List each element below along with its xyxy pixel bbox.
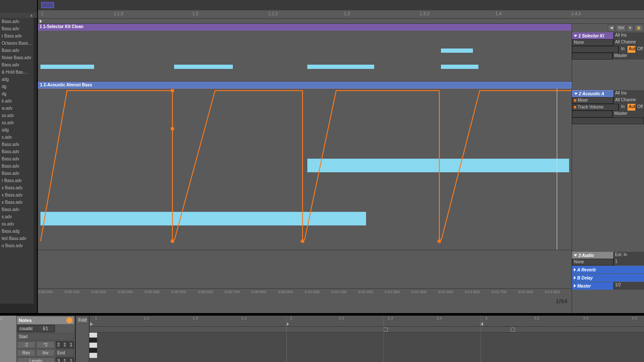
- start-16th[interactable]: 1: [68, 341, 74, 348]
- browser-file-item[interactable]: ted Bass.adv: [0, 235, 34, 242]
- forward-button[interactable]: ●: [627, 25, 633, 31]
- midi-note[interactable]: [441, 65, 478, 69]
- track2-monitor-in[interactable]: In: [618, 104, 627, 111]
- overview-loop-region[interactable]: [41, 2, 54, 8]
- track2-automation-mixer[interactable]: Mixer: [572, 97, 613, 104]
- browser-file-item[interactable]: Bass.adv: [0, 206, 34, 213]
- midi-note[interactable]: [174, 212, 366, 225]
- track3-input-type[interactable]: Ext. In: [613, 252, 644, 259]
- midi-note[interactable]: [441, 48, 473, 53]
- track1-title[interactable]: 1 Selector Ki: [572, 32, 613, 39]
- browser-file-item[interactable]: ss.adv: [0, 119, 34, 126]
- browser-file-item[interactable]: r Bass.adv: [0, 32, 34, 40]
- master-title[interactable]: Master: [572, 282, 613, 290]
- browser-file-item[interactable]: Bass.adv: [0, 170, 34, 177]
- browser-file-item[interactable]: & Hold Bas…: [0, 68, 34, 76]
- midi-ruler[interactable]: 11.21.31.422.22.32.433.23.33.4: [89, 316, 644, 322]
- invert-button[interactable]: Inv: [36, 349, 54, 356]
- browser-file-item[interactable]: Bass.adv: [0, 148, 34, 155]
- midi-marker[interactable]: [511, 328, 515, 332]
- track1-monitor-auto[interactable]: Auto: [627, 46, 635, 53]
- midi-note[interactable]: [307, 159, 441, 172]
- browser-file-item[interactable]: x Bass.adv: [0, 199, 34, 206]
- track3-routing[interactable]: None: [572, 259, 613, 265]
- browser-file-item[interactable]: s.adv: [0, 213, 34, 220]
- chevron-down-icon[interactable]: [574, 35, 577, 37]
- clip-header-track2[interactable]: 1 2-Acoustic Almost Bass: [38, 82, 572, 88]
- play-start-marker[interactable]: [40, 19, 42, 23]
- browser-scrollbar[interactable]: [34, 18, 37, 304]
- midi-note[interactable]: [40, 212, 174, 225]
- track2-output[interactable]: Master: [613, 111, 644, 117]
- notes-record-icon[interactable]: [66, 317, 72, 323]
- track1-lane[interactable]: [38, 31, 572, 82]
- track2-input-channel[interactable]: All Channe: [613, 97, 644, 104]
- fold-button[interactable]: Fold: [77, 316, 88, 324]
- browser-file-item[interactable]: o Bass.adv: [0, 242, 34, 249]
- start-bar[interactable]: 2: [56, 341, 62, 348]
- track1-output[interactable]: Master: [613, 53, 644, 60]
- browser-file-item[interactable]: Octaves Bass...: [0, 40, 34, 47]
- arrangement-overview[interactable]: [38, 0, 644, 10]
- browser-file-item[interactable]: adg: [0, 76, 34, 83]
- back-button[interactable]: ◀: [608, 25, 615, 31]
- track1-monitor-off[interactable]: Off: [635, 46, 644, 53]
- midi-note-editor[interactable]: 11.21.31.422.22.32.433.23.33.4: [89, 316, 644, 362]
- browser-file-item[interactable]: w.adv: [0, 105, 34, 112]
- browser-file-item[interactable]: Bass.adg: [0, 228, 34, 235]
- browser-file-item[interactable]: Noise Bass.adv: [0, 54, 34, 61]
- browser-file-item[interactable]: Bass.adv: [0, 47, 34, 54]
- chevron-down-icon[interactable]: [574, 93, 578, 95]
- track3-title[interactable]: 3 Audio: [572, 252, 613, 259]
- browser-file-item[interactable]: Bass.adv: [0, 162, 34, 170]
- double-button[interactable]: *2: [36, 341, 54, 348]
- master-output[interactable]: 1/2: [613, 282, 644, 290]
- track2-automation-volume[interactable]: Track Volume: [572, 104, 618, 111]
- ruler-play-lane[interactable]: [38, 19, 644, 24]
- browser-file-item[interactable]: k.adv: [0, 97, 34, 105]
- midi-marker-lane[interactable]: [89, 327, 644, 333]
- browser-file-item[interactable]: dg: [0, 90, 34, 97]
- browser-file-item[interactable]: Bass.adv: [0, 141, 34, 148]
- track1-input-type[interactable]: All Ins: [613, 32, 644, 39]
- clip-header-track1[interactable]: 1 1-Selector Kit Clean: [38, 24, 572, 31]
- beat-ruler[interactable]: 11.1.31.21.2.31.31.3.31.41.4.3: [38, 10, 644, 19]
- browser-file-item[interactable]: x Bass.adv: [0, 184, 34, 191]
- lock-button[interactable]: 🔒: [634, 25, 643, 31]
- midi-marker[interactable]: [384, 328, 388, 332]
- browser-file-item[interactable]: Bass.adv: [0, 18, 34, 25]
- track1-monitor-in[interactable]: In: [618, 46, 627, 53]
- browser-file-item[interactable]: Bass.adv: [0, 61, 34, 68]
- track3-input-channel[interactable]: 1: [613, 259, 644, 265]
- browser-file-item[interactable]: Bass.adv: [0, 155, 34, 162]
- root-note[interactable]: E1: [36, 325, 54, 332]
- browser-file-item[interactable]: dg: [0, 83, 34, 90]
- midi-note[interactable]: [441, 159, 569, 172]
- browser-file-item[interactable]: ss.adv: [0, 112, 34, 119]
- tracks-lane[interactable]: 1 1-Selector Kit Clean 1 2-Acoustic Almo…: [38, 24, 572, 313]
- browser-file-item[interactable]: Bass.adv: [0, 25, 34, 32]
- browser-file-item[interactable]: r Bass.adv: [0, 177, 34, 184]
- instrument-name[interactable]: coustic: [17, 325, 35, 332]
- track1-routing[interactable]: None: [572, 39, 613, 46]
- track2-title[interactable]: 2 Acoustic A: [572, 90, 613, 97]
- chevron-down-icon[interactable]: [574, 254, 577, 257]
- detail-left-tab[interactable]: p: [0, 316, 16, 362]
- midi-note[interactable]: [40, 65, 94, 69]
- end-bar[interactable]: 3: [56, 357, 62, 362]
- track1-input-channel[interactable]: All Channe: [613, 39, 644, 46]
- browser-search-footer[interactable]: [0, 304, 37, 313]
- track2-monitor-off[interactable]: Off: [635, 104, 644, 111]
- browser-file-item[interactable]: adg: [0, 126, 34, 134]
- track2-input-type[interactable]: All Ins: [613, 90, 644, 97]
- browser-file-item[interactable]: x Bass.adv: [0, 191, 34, 199]
- time-ruler[interactable]: 0:00:0000:00:1000:00:2000:00:3000:00:400…: [38, 288, 572, 295]
- midi-note[interactable]: [307, 65, 374, 69]
- piano-roll-keys[interactable]: [89, 333, 97, 358]
- return-a-title[interactable]: A Reverb: [572, 266, 644, 274]
- track2-lane[interactable]: [38, 88, 572, 250]
- browser-file-item[interactable]: s.adv: [0, 134, 34, 141]
- halve-button[interactable]: :2: [17, 341, 35, 348]
- browser-collapse-toggle[interactable]: ▲: [0, 13, 37, 18]
- start-beat[interactable]: 1: [62, 341, 68, 348]
